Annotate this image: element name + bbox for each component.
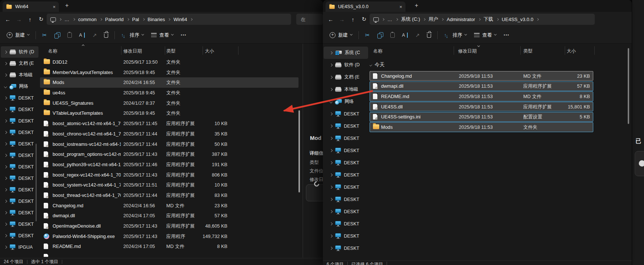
chevron-icon[interactable] bbox=[330, 161, 333, 164]
chevron-icon[interactable] bbox=[330, 149, 333, 152]
up-button[interactable]: ↑ bbox=[24, 16, 36, 23]
tab-win64[interactable]: Win64 × bbox=[3, 1, 59, 12]
file-row[interactable]: Mods 2024/2/4 16:55 文件夹 bbox=[40, 77, 298, 88]
file-row[interactable]: dwmapi.dll 2025/9/18 11:53 应用程序扩展 57 KB bbox=[370, 81, 593, 91]
file-row[interactable]: UE4SS_Signatures 2024/1/27 8:37 文件夹 bbox=[40, 98, 298, 108]
sidebar-item[interactable]: DESKT bbox=[324, 157, 368, 169]
sidebar-item[interactable]: DESKT bbox=[324, 205, 368, 218]
sidebar-item[interactable]: DESKT bbox=[324, 144, 368, 157]
new-button[interactable]: + 新建 bbox=[326, 29, 356, 41]
chevron-icon[interactable] bbox=[4, 177, 7, 180]
sidebar-item[interactable]: 网络 bbox=[1, 81, 39, 92]
breadcrumb-segment[interactable]: Palworld bbox=[105, 17, 124, 22]
file-row[interactable]: VTableLayoutTemplates 2025/9/18 9:45 文件夹 bbox=[40, 108, 298, 118]
chevron-icon[interactable] bbox=[330, 222, 333, 225]
back-button[interactable]: ← bbox=[325, 16, 336, 23]
paste-button[interactable] bbox=[387, 29, 398, 41]
chevron-icon[interactable] bbox=[330, 51, 333, 54]
share-button[interactable]: ↗ bbox=[412, 29, 424, 41]
sidebar-item[interactable]: DESKT bbox=[1, 115, 39, 127]
chevron-icon[interactable] bbox=[4, 154, 7, 157]
sidebar-item[interactable]: DESKT bbox=[1, 150, 39, 161]
sidebar-scrollbar[interactable] bbox=[36, 144, 37, 221]
copy-button[interactable] bbox=[374, 29, 387, 41]
column-header-size[interactable]: 大小 bbox=[567, 48, 576, 54]
column-divider[interactable] bbox=[454, 46, 454, 55]
file-row[interactable]: boost_python39-vc142-mt-x64-1_70.dll 202… bbox=[40, 160, 298, 170]
sidebar-item[interactable]: DESKT bbox=[1, 184, 39, 195]
chevron-icon[interactable] bbox=[330, 174, 333, 177]
chevron-icon[interactable] bbox=[330, 76, 333, 79]
file-row[interactable]: boost_iostreams-vc142-mt-x64-1_70.... 20… bbox=[40, 139, 298, 150]
properties-button[interactable] bbox=[306, 184, 323, 201]
sort-button[interactable]: 排序 bbox=[440, 29, 470, 41]
file-row[interactable]: D3D12 2025/9/17 13:50 文件夹 bbox=[40, 57, 298, 67]
column-header-name[interactable]: 名称 bbox=[48, 48, 57, 54]
sidebar-item[interactable]: 文档 (E bbox=[1, 58, 39, 69]
sidebar-item[interactable]: 系统 (C bbox=[324, 47, 368, 59]
breadcrumb-segment[interactable]: common bbox=[78, 17, 97, 22]
chevron-icon[interactable] bbox=[330, 113, 333, 115]
chevron-icon[interactable] bbox=[4, 234, 7, 237]
chevron-icon[interactable] bbox=[330, 88, 333, 91]
sidebar-item[interactable]: 软件 (D bbox=[324, 59, 368, 71]
file-row[interactable] bbox=[40, 252, 298, 257]
chevron-icon[interactable] bbox=[330, 100, 333, 103]
column-header-type[interactable]: 类型 bbox=[166, 48, 176, 54]
up-button[interactable]: ↑ bbox=[347, 16, 358, 23]
delete-button[interactable] bbox=[423, 29, 435, 41]
copy-button[interactable] bbox=[51, 29, 64, 41]
search-input[interactable]: 在 bbox=[296, 14, 323, 25]
column-divider[interactable] bbox=[565, 46, 565, 55]
file-row[interactable]: Mods 2025/9/18 11:53 文件夹 bbox=[370, 122, 593, 132]
chevron-icon[interactable] bbox=[4, 85, 7, 88]
tab-ue4ss[interactable]: UE4SS_v3.0.0 × bbox=[326, 1, 406, 12]
chevron-icon[interactable] bbox=[4, 108, 7, 111]
column-divider[interactable] bbox=[121, 46, 121, 55]
breadcrumb-segment[interactable]: UE4SS_v3.0.0 bbox=[502, 17, 533, 22]
sidebar-item[interactable]: 文档 (E bbox=[324, 71, 368, 83]
file-row[interactable]: boost_chrono-vc142-mt-x64-1_70.dll 2025/… bbox=[40, 129, 298, 139]
sidebar-item[interactable]: DESKT bbox=[1, 127, 39, 138]
breadcrumb-overflow[interactable]: … bbox=[387, 17, 393, 22]
chevron-icon[interactable] bbox=[330, 125, 333, 128]
breadcrumb-segment[interactable]: Win64 bbox=[173, 17, 187, 22]
file-row[interactable]: OpenImageDenoise.dll 2025/9/17 11:43 应用程… bbox=[40, 221, 298, 231]
forward-button[interactable]: → bbox=[336, 16, 347, 23]
chevron-icon[interactable] bbox=[330, 137, 333, 140]
chevron-icon[interactable] bbox=[330, 64, 333, 67]
chevron-icon[interactable] bbox=[330, 247, 333, 250]
sidebar-item[interactable]: DESKT bbox=[1, 207, 39, 218]
new-tab-button[interactable]: + bbox=[415, 2, 418, 9]
sidebar-item[interactable]: DESKT bbox=[324, 218, 368, 230]
paste-button[interactable] bbox=[64, 29, 76, 41]
chevron-icon[interactable] bbox=[4, 74, 7, 77]
sidebar-item[interactable]: DESKT bbox=[1, 218, 39, 230]
sidebar-item[interactable]: DESKT bbox=[324, 230, 368, 242]
breadcrumb-segment[interactable]: Pal bbox=[132, 17, 139, 22]
chevron-icon[interactable] bbox=[4, 200, 7, 203]
chevron-icon[interactable] bbox=[4, 211, 7, 214]
chevron-icon[interactable] bbox=[4, 120, 7, 123]
sidebar-item[interactable]: DESKT bbox=[324, 120, 368, 132]
sidebar-item[interactable]: DESKT bbox=[324, 132, 368, 144]
chevron-icon[interactable] bbox=[330, 198, 333, 201]
column-header-size[interactable]: 大小 bbox=[205, 48, 214, 54]
sidebar-item[interactable]: DESKT bbox=[1, 138, 39, 150]
file-row[interactable]: Changelog.md 2025/9/18 11:53 MD 文件 23 KB bbox=[370, 71, 593, 81]
new-button[interactable]: + 新建 bbox=[3, 29, 33, 41]
sidebar-item[interactable]: DESKT bbox=[1, 172, 39, 184]
share-button[interactable]: ↗ bbox=[89, 29, 101, 41]
file-row[interactable]: boost_regex-vc142-mt-x64-1_70.dll 2025/9… bbox=[40, 170, 298, 180]
file-row[interactable]: boost_system-vc142-mt-x64-1_70.dll 2025/… bbox=[40, 180, 298, 190]
file-row[interactable]: README.md 2025/9/18 11:53 MD 文件 8 KB bbox=[370, 91, 593, 101]
file-row[interactable]: UE4SS-settings.ini 2025/9/18 11:53 配置设置 … bbox=[370, 112, 593, 122]
rename-button[interactable] bbox=[76, 29, 89, 41]
sidebar-item[interactable]: IPGUA bbox=[1, 241, 39, 253]
cut-button[interactable]: ✂ bbox=[361, 29, 374, 41]
close-icon[interactable]: × bbox=[399, 4, 402, 10]
sidebar-item[interactable]: DESKT bbox=[1, 104, 39, 115]
list-scrollbar[interactable] bbox=[298, 110, 300, 192]
breadcrumb-overflow[interactable]: … bbox=[64, 17, 70, 22]
sidebar-item[interactable]: DESKT bbox=[1, 230, 39, 241]
